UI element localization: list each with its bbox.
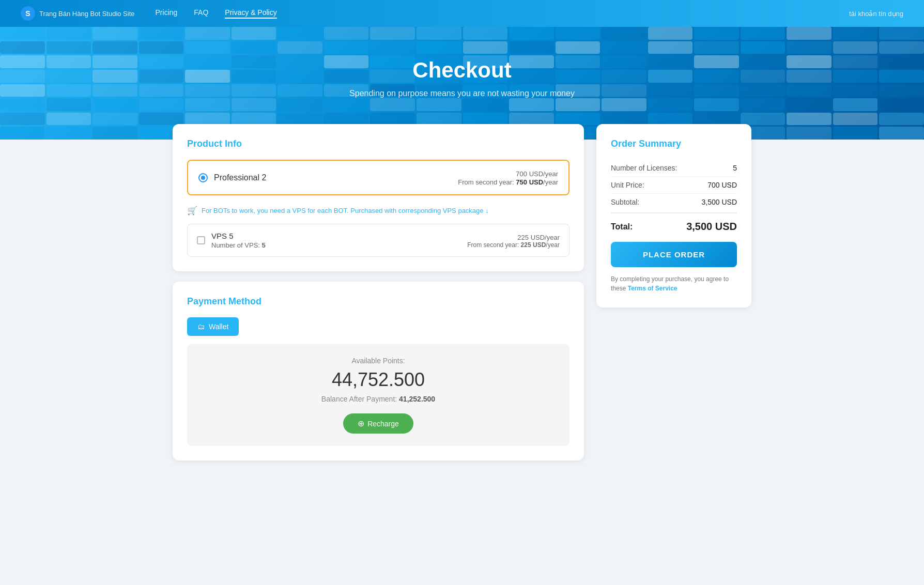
vps-checkbox[interactable] bbox=[197, 236, 205, 244]
hero-section: (function() { const colors = ['#81d4fa',… bbox=[0, 27, 924, 140]
balance-after: Balance After Payment: 41,252.500 bbox=[199, 395, 557, 403]
vps-name: VPS 5 bbox=[211, 232, 266, 240]
order-total-row: Total: 3,500 USD bbox=[611, 212, 737, 242]
nav-logo[interactable]: S Trang Bán Hàng Bot Studio Site bbox=[21, 6, 135, 21]
product-name: Professional 2 bbox=[214, 173, 266, 182]
vps-price-second: From second year: 225 USD/year bbox=[467, 241, 560, 249]
page-title: Checkout bbox=[10, 58, 914, 83]
terms-text: By completing your purchase, you agree t… bbox=[611, 274, 737, 293]
order-row-subtotal: Subtotal: 3,500 USD bbox=[611, 194, 737, 210]
nav-privacy[interactable]: Privacy & Policy bbox=[225, 8, 276, 19]
product-price-second: From second year: 750 USD/year bbox=[458, 178, 558, 186]
logo-icon: S bbox=[21, 6, 35, 21]
order-row-unit-price: Unit Price: 700 USD bbox=[611, 177, 737, 194]
product-option[interactable]: Professional 2 700 USD/year From second … bbox=[187, 160, 569, 195]
navbar: S Trang Bán Hàng Bot Studio Site Pricing… bbox=[0, 0, 924, 27]
product-option-left: Professional 2 bbox=[198, 173, 266, 182]
cart-icon: 🛒 bbox=[187, 206, 197, 215]
main-content: Product Info Professional 2 700 USD/year… bbox=[152, 124, 772, 491]
vps-notice: 🛒 For BOTs to work, you need a VPS for e… bbox=[187, 206, 569, 215]
vps-count: Number of VPS: 5 bbox=[211, 241, 266, 249]
product-info-title: Product Info bbox=[187, 138, 569, 149]
product-price-main: 700 USD/year bbox=[458, 169, 558, 178]
right-panel: Order Summary Number of Licenses: 5 Unit… bbox=[596, 124, 751, 460]
vps-price: 225 USD/year From second year: 225 USD/y… bbox=[467, 233, 560, 249]
wallet-info-box: Available Points: 44,752.500 Balance Aft… bbox=[187, 344, 569, 446]
hero-subtitle: Spending on purpose means you are not wa… bbox=[10, 89, 914, 98]
order-rows: Number of Licenses: 5 Unit Price: 700 US… bbox=[611, 160, 737, 210]
product-price: 700 USD/year From second year: 750 USD/y… bbox=[458, 169, 558, 186]
wallet-button[interactable]: 🗂 Wallet bbox=[187, 317, 239, 336]
recharge-button[interactable]: ⊕ Recharge bbox=[343, 413, 413, 434]
nav-links: Pricing FAQ Privacy & Policy bbox=[156, 8, 277, 19]
radio-dot-inner bbox=[201, 176, 205, 180]
nav-user-info: tài khoản tín dụng bbox=[849, 10, 903, 18]
product-info-card: Product Info Professional 2 700 USD/year… bbox=[173, 124, 584, 271]
order-row-licenses: Number of Licenses: 5 bbox=[611, 160, 737, 177]
vps-option[interactable]: VPS 5 Number of VPS: 5 225 USD/year From… bbox=[187, 224, 569, 257]
available-points-label: Available Points: bbox=[199, 357, 557, 365]
nav-faq[interactable]: FAQ bbox=[194, 8, 208, 19]
plus-icon: ⊕ bbox=[358, 419, 364, 428]
nav-pricing[interactable]: Pricing bbox=[156, 8, 178, 19]
left-panel: Product Info Professional 2 700 USD/year… bbox=[173, 124, 584, 460]
order-summary-title: Order Summary bbox=[611, 138, 737, 149]
mosaic-background: (function() { const colors = ['#81d4fa',… bbox=[0, 27, 924, 140]
payment-method-title: Payment Method bbox=[187, 296, 569, 307]
terms-of-service-link[interactable]: Terms of Service bbox=[628, 285, 677, 292]
logo-text: Trang Bán Hàng Bot Studio Site bbox=[39, 10, 135, 18]
available-points-value: 44,752.500 bbox=[199, 369, 557, 391]
radio-button[interactable] bbox=[198, 173, 208, 182]
wallet-icon: 🗂 bbox=[197, 322, 205, 331]
vps-option-left: VPS 5 Number of VPS: 5 bbox=[197, 232, 266, 249]
payment-method-card: Payment Method 🗂 Wallet Available Points… bbox=[173, 282, 584, 460]
place-order-button[interactable]: PLACE ORDER bbox=[611, 242, 737, 267]
vps-price-main: 225 USD/year bbox=[467, 233, 560, 241]
order-summary-card: Order Summary Number of Licenses: 5 Unit… bbox=[596, 124, 751, 307]
